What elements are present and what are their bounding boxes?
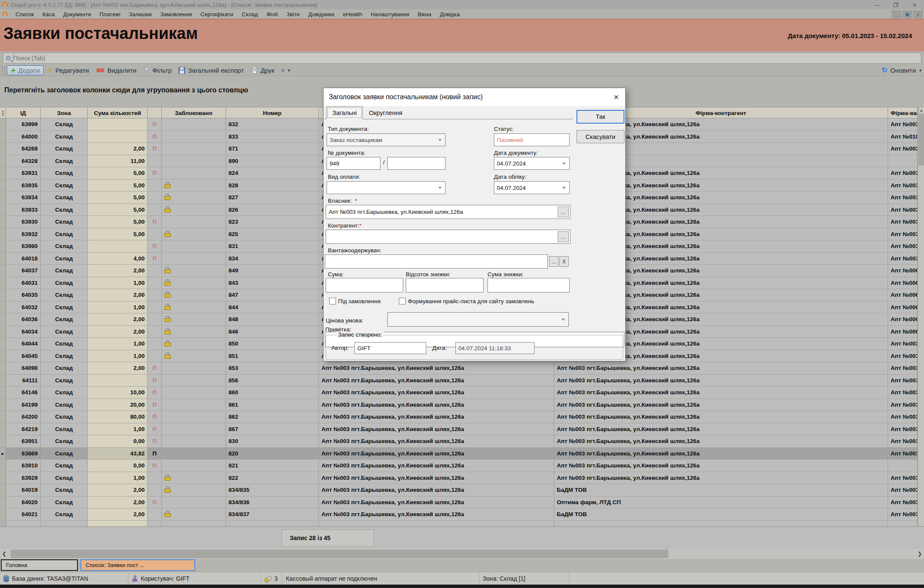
consignee-browse-button[interactable]: …	[549, 256, 559, 267]
column-header-4[interactable]	[148, 107, 162, 118]
consignee-field[interactable]	[325, 254, 548, 269]
contragent-field[interactable]	[326, 230, 570, 244]
table-row[interactable]: 64219Склад1,00П867Апт №003 пгт.Барышевка…	[0, 423, 918, 436]
table-row[interactable]: 64200Склад80,00П862Апт №003 пгт.Барышевк…	[0, 411, 918, 423]
minimize-icon[interactable]: —	[868, 0, 886, 9]
menu-item-14[interactable]: Вікна	[413, 11, 436, 18]
cell-id: 64219	[6, 423, 41, 436]
column-header-9[interactable]: Фірма-вант	[888, 107, 918, 118]
tab-list-zayavki[interactable]: Список: Заявки пост ...	[80, 559, 195, 571]
menu-item-9[interactable]: Філії	[262, 11, 282, 18]
cell-p-flag: П	[148, 399, 162, 411]
mdi-close-icon[interactable]: x	[913, 11, 923, 18]
menu-item-2[interactable]: Каса	[38, 11, 59, 18]
tab-home[interactable]: Головна	[1, 559, 78, 571]
table-row[interactable]: 63929Склад1,00822Апт №003 пгт.Барышевка,…	[0, 472, 918, 485]
search-input[interactable]	[13, 53, 921, 63]
table-row[interactable]: 64111СкладП856Апт №003 пгт.Барышевка, ул…	[0, 375, 918, 387]
doc-number-field[interactable]: 949	[327, 157, 380, 170]
table-row[interactable]: 64020Склад2,00П834/836Апт №003 пгт.Барыш…	[0, 496, 918, 509]
vertical-scrollbar[interactable]: ▲ ▼	[918, 107, 924, 549]
menu-item-13[interactable]: Налаштування	[366, 11, 413, 18]
contragent-browse-button[interactable]: …	[558, 231, 569, 242]
cell-id: 64146	[6, 387, 41, 399]
add-button[interactable]: + Додати	[7, 65, 44, 75]
menu-item-5[interactable]: Залишки	[125, 11, 156, 18]
owner-field[interactable]: Апт №003 пгт.Барышевка, ул.Киевский шлях…	[326, 205, 570, 219]
close-icon[interactable]: ✕	[905, 0, 924, 9]
doc-type-select[interactable]: Заказ поставщикам	[327, 133, 446, 146]
owner-browse-button[interactable]: …	[558, 207, 569, 217]
dialog-close-icon[interactable]: ✕	[610, 91, 623, 103]
pricelist-checkbox[interactable]	[399, 298, 406, 304]
cell-consignee-firm: Апт №003 пгт.Барышевка, ул.	[888, 399, 918, 411]
cell-p-flag: П	[148, 411, 162, 423]
menu-item-7[interactable]: Сертифікати	[196, 11, 238, 18]
restore-icon[interactable]	[886, 0, 905, 9]
menu-item-12[interactable]: eHealth	[339, 11, 366, 18]
under-order-checkbox[interactable]	[329, 298, 336, 304]
export-button[interactable]: Загальний експорт	[175, 66, 247, 75]
sum-field[interactable]	[326, 278, 403, 293]
horizontal-scroll-thumb[interactable]	[11, 550, 668, 558]
cell-blocked	[162, 399, 226, 411]
scroll-up-icon[interactable]: ▲	[918, 107, 924, 114]
discount-pct-field[interactable]	[406, 278, 484, 293]
cell-id: 64199	[6, 399, 41, 411]
vertical-scroll-thumb[interactable]	[918, 114, 924, 165]
delete-button[interactable]: ✖✖ Видалити	[92, 66, 140, 75]
doc-number-suffix-field[interactable]	[387, 157, 446, 170]
doc-date-select[interactable]: 04.07.2024	[494, 157, 570, 170]
table-row[interactable]: 63910Склад0,00П821Апт №003 пгт.Барышевка…	[0, 460, 918, 472]
cell-consignee-firm: Апт №003 пгт.Барышевка, ул.	[888, 204, 918, 216]
tab-rounding[interactable]: Округлення	[363, 106, 408, 119]
refresh-button[interactable]: ↻ Оновити ▼	[882, 66, 924, 75]
price-condition-select[interactable]	[387, 312, 569, 327]
table-row[interactable]: 64019Склад2,00834/835Апт №003 пгт.Барыше…	[0, 484, 918, 496]
table-row[interactable]: 64199Склад20,00П861Апт №003 пгт.Барышевк…	[0, 399, 918, 411]
ok-button[interactable]: Так	[576, 110, 624, 124]
scroll-left-icon[interactable]: ❮	[0, 549, 9, 559]
toolbar-grip[interactable]	[2, 66, 5, 75]
account-date-select[interactable]: 04.07.2024	[494, 181, 570, 194]
cell-blocked	[162, 375, 226, 387]
menu-item-3[interactable]: Документи	[59, 11, 95, 18]
menu-item-11[interactable]: Довідники	[304, 11, 339, 18]
discount-sum-field[interactable]	[487, 278, 570, 293]
consignee-clear-button[interactable]: X	[559, 256, 569, 267]
table-row[interactable]: ►63869Склад43,82П820Апт №003 пгт.Барышев…	[0, 448, 918, 460]
payment-type-select[interactable]	[327, 181, 446, 194]
cell-zone: Склад	[41, 131, 88, 143]
view-options-button[interactable]: ≡ ▼	[278, 66, 294, 74]
cell-qty-sum: 0,00	[88, 460, 148, 472]
column-header-5[interactable]: Заблоковано	[162, 107, 226, 118]
menu-item-10[interactable]: Звіти	[282, 11, 304, 18]
table-row[interactable]: 64021Склад2,00834/837Апт №003 пгт.Барыше…	[0, 508, 918, 521]
table-row[interactable]: 64146Склад10,00П860Апт №003 пгт.Барышевк…	[0, 387, 918, 399]
table-row[interactable]: 64098Склад2,00П853Апт №003 пгт.Барышевка…	[0, 362, 918, 375]
menu-item-4[interactable]: Платежі	[95, 11, 125, 18]
mdi-minimize-icon[interactable]: _	[892, 11, 901, 18]
print-button[interactable]: Друк	[247, 66, 278, 75]
edit-button[interactable]: ✎ Редагувати	[44, 65, 92, 75]
column-header-2[interactable]: Зона	[41, 107, 88, 118]
search-box[interactable]	[3, 53, 921, 64]
cell-zone: Склад	[41, 118, 88, 131]
mdi-restore-icon[interactable]: ▣	[903, 11, 912, 18]
cell-p-flag: П	[148, 240, 162, 253]
scroll-right-icon[interactable]: ❯	[915, 549, 924, 559]
row-gutter	[0, 216, 6, 228]
menu-item-1[interactable]: Список	[11, 11, 38, 18]
horizontal-scrollbar[interactable]: ❮ ❯	[0, 549, 924, 559]
tab-general[interactable]: Загальні	[326, 106, 363, 119]
cancel-button[interactable]: Скасувати	[576, 130, 624, 143]
column-header-6[interactable]: Номер	[226, 107, 319, 118]
column-header-3[interactable]: Сума кількостей	[88, 107, 148, 118]
column-header-1[interactable]: ІД	[6, 107, 41, 118]
cell-blocked	[162, 350, 226, 363]
menu-item-8[interactable]: Склад	[238, 11, 262, 18]
table-row[interactable]: 63951Склад0,00П830Апт №003 пгт.Барышевка…	[0, 435, 918, 448]
menu-item-6[interactable]: Замовлення	[156, 11, 196, 18]
filter-button[interactable]: Фільтр	[140, 66, 175, 75]
menu-item-15[interactable]: Довідка	[436, 11, 464, 18]
